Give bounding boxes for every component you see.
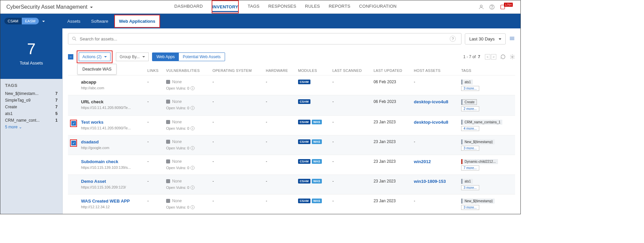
bell-icon[interactable]: 1754 — [500, 4, 514, 10]
col-links[interactable]: LINKS — [145, 66, 164, 76]
col-os[interactable]: OPERATING SYSTEM — [211, 66, 264, 76]
row-checkbox[interactable]: ✓ — [71, 141, 76, 145]
sidebar-tag-row[interactable]: ats15 — [5, 111, 58, 116]
tag-chip[interactable]: New_${timestamp} — [461, 199, 495, 204]
col-host[interactable]: HOST ASSETS — [412, 66, 459, 76]
open-vulns-label: Open Vulns: 0 — [166, 166, 189, 170]
tags-more-button[interactable]: 3 more... — [461, 205, 479, 210]
info-icon[interactable]: i — [191, 126, 195, 130]
tags-more-button[interactable]: 2 more... — [461, 106, 479, 111]
date-filter[interactable]: Last 30 Days — [465, 33, 506, 44]
page-prev-icon[interactable]: < — [485, 54, 490, 59]
nav-rules[interactable]: RULES — [305, 0, 320, 13]
tag-chip[interactable]: CRM_name_contains_1 — [461, 120, 502, 125]
info-icon[interactable]: i — [191, 146, 195, 150]
host-link[interactable]: desktop-icvo4u8 — [414, 120, 448, 125]
app-title[interactable]: CyberSecurity Asset Management — [6, 4, 93, 10]
tags-more-button[interactable]: 4 more... — [461, 126, 479, 131]
page-next-icon[interactable]: > — [491, 54, 496, 59]
table-row[interactable]: Subdomain checkhttps://10.115.139.103:13… — [68, 155, 515, 175]
nav-dashboard[interactable]: DASHBOARD — [174, 0, 203, 13]
nav-responses[interactable]: RESPONSES — [268, 0, 296, 13]
toggle-easm[interactable]: EASM — [22, 18, 39, 24]
table-row[interactable]: abcapphttp://abc.com-NoneOpen Vulns: 0i-… — [68, 76, 515, 95]
hamburger-icon[interactable] — [509, 35, 515, 42]
sidebar-tag-name: SimpleTag_o9 — [5, 98, 30, 103]
info-icon[interactable]: i — [191, 166, 195, 170]
sub-tabs: Assets Software Web Applications — [63, 14, 160, 28]
tab-web-applications[interactable]: Web Applications — [114, 15, 160, 28]
sidebar-tag-row[interactable]: SimpleTag_o97 — [5, 98, 58, 103]
row-checkbox[interactable]: ✓ — [71, 121, 76, 126]
tab-software[interactable]: Software — [86, 15, 113, 28]
tags-more-button[interactable]: 7 more... — [461, 165, 479, 170]
tag-chip[interactable]: Create — [461, 99, 477, 105]
host-link[interactable]: win10-1809-153 — [414, 179, 446, 184]
tags-more-button[interactable]: 3 more... — [461, 185, 479, 190]
table-row[interactable]: ✓dsadasdhttp://google.com-NoneOpen Vulns… — [68, 135, 515, 155]
badge-csam: CSAM — [298, 159, 310, 164]
sidebar-tag-row[interactable]: New_${timestam...7 — [5, 91, 58, 96]
tag-chip[interactable]: ats1 — [461, 179, 473, 184]
module-toggle[interactable]: CSAM EASM — [4, 18, 39, 24]
badge-was: WAS — [312, 179, 322, 184]
user-icon[interactable] — [478, 4, 484, 10]
groupby-button[interactable]: Group By... — [116, 52, 149, 61]
tab-assets[interactable]: Assets — [63, 15, 85, 28]
actions-menu-deactivate-was[interactable]: Deactivate WAS — [82, 67, 112, 72]
nav-configuration[interactable]: CONFIGURATION — [359, 0, 397, 13]
info-icon[interactable]: i — [191, 186, 195, 190]
seg-web-apps[interactable]: Web Apps — [152, 53, 178, 61]
vuln-label: None — [172, 159, 182, 164]
info-icon[interactable]: i — [191, 106, 195, 110]
sidebar-tag-count: 7 — [55, 98, 58, 103]
help-icon[interactable] — [489, 4, 495, 10]
tags-more-button[interactable]: 3 more... — [461, 146, 479, 151]
col-modules[interactable]: MODULES — [296, 66, 330, 76]
table-row[interactable]: ✓Test workshttps://10.11.41.205:8090/Te.… — [68, 116, 515, 135]
col-tags[interactable]: TAGS — [459, 66, 515, 76]
nav-inventory[interactable]: INVENTORY — [212, 0, 239, 13]
select-all-checkbox[interactable]: − — [68, 54, 73, 59]
asset-name[interactable]: Subdomain check — [81, 159, 143, 164]
col-last-updated[interactable]: LAST UPDATED — [371, 66, 412, 76]
cell-links: - — [145, 175, 164, 195]
col-last-scanned[interactable]: LAST SCANNED — [330, 66, 371, 76]
search-input[interactable] — [80, 36, 450, 41]
host-link[interactable]: desktop-icvo4u8 — [414, 99, 448, 104]
sidebar-more-tags[interactable]: 5 more ⌄ — [5, 125, 58, 129]
asset-name[interactable]: WAS Created WEB APP — [81, 199, 143, 204]
asset-name[interactable]: dsadasd — [81, 139, 143, 144]
tags-more-button[interactable]: 3 more... — [461, 86, 479, 91]
sidebar-tag-row[interactable]: Create7 — [5, 105, 58, 109]
cell-last-scanned: - — [330, 175, 371, 195]
nav-tags[interactable]: TAGS — [247, 0, 260, 13]
table-row[interactable]: WAS Created WEB APPhttp://12.12.34.12-No… — [68, 195, 515, 214]
cell-links: - — [145, 95, 164, 116]
info-icon[interactable]: i — [191, 86, 195, 90]
seg-potential[interactable]: Potential Web Assets — [179, 53, 225, 61]
asset-name[interactable]: Demo Asset — [81, 179, 143, 184]
actions-button[interactable]: Actions (2) — [79, 52, 111, 61]
info-icon[interactable]: i — [191, 205, 195, 209]
search-help-icon[interactable]: ? — [450, 36, 456, 42]
search-box[interactable]: ? — [68, 33, 461, 44]
refresh-icon[interactable] — [500, 54, 506, 59]
gear-icon[interactable] — [510, 54, 515, 59]
table-row[interactable]: URL checkhttps://10.11.41.205:8090/Te...… — [68, 95, 515, 116]
chevron-down-icon[interactable] — [42, 19, 45, 24]
cell-last-scanned: - — [330, 135, 371, 155]
asset-name[interactable]: abcapp — [81, 80, 143, 85]
host-link[interactable]: win2012 — [414, 159, 431, 164]
col-hw[interactable]: HARDWARE — [264, 66, 296, 76]
tag-chip[interactable]: Dynamic-child2212... — [461, 159, 498, 164]
col-vuln[interactable]: VULNERABILITIES — [164, 66, 211, 76]
tag-chip[interactable]: New_${timestamp} — [461, 139, 495, 144]
table-row[interactable]: Demo Assethttps://10.115.106.209:123/-No… — [68, 175, 515, 195]
sidebar-tag-row[interactable]: CRM_name_cont...1 — [5, 118, 58, 123]
asset-name[interactable]: Test works — [81, 120, 143, 125]
toggle-csam[interactable]: CSAM — [4, 18, 22, 24]
nav-reports[interactable]: REPORTS — [329, 0, 351, 13]
asset-name[interactable]: URL check — [81, 99, 143, 104]
tag-chip[interactable]: ats1 — [461, 80, 473, 85]
